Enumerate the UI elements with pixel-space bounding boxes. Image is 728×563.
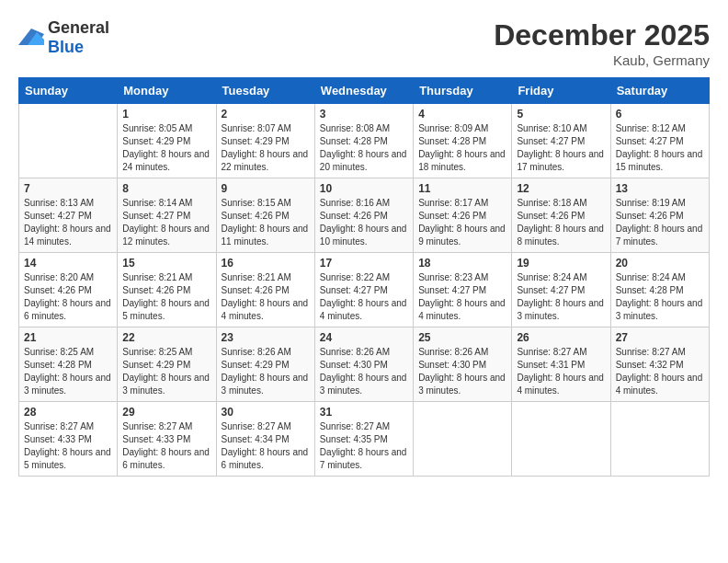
logo-blue: Blue xyxy=(48,38,84,56)
day-number: 19 xyxy=(517,257,605,270)
day-number: 10 xyxy=(320,182,408,195)
calendar-cell: 20Sunrise: 8:24 AMSunset: 4:28 PMDayligh… xyxy=(610,253,709,327)
cell-details: Sunrise: 8:25 AMSunset: 4:29 PMDaylight:… xyxy=(122,346,210,397)
cell-details: Sunrise: 8:19 AMSunset: 4:26 PMDaylight:… xyxy=(616,197,704,248)
header-saturday: Saturday xyxy=(610,78,709,104)
cell-details: Sunrise: 8:25 AMSunset: 4:28 PMDaylight:… xyxy=(24,346,112,397)
calendar-week-4: 28Sunrise: 8:27 AMSunset: 4:33 PMDayligh… xyxy=(19,402,710,477)
header-wednesday: Wednesday xyxy=(314,78,413,104)
cell-details: Sunrise: 8:14 AMSunset: 4:27 PMDaylight:… xyxy=(122,197,210,248)
cell-details: Sunrise: 8:18 AMSunset: 4:26 PMDaylight:… xyxy=(517,197,605,248)
header-monday: Monday xyxy=(118,78,216,104)
day-number: 2 xyxy=(222,108,310,121)
cell-details: Sunrise: 8:27 AMSunset: 4:34 PMDaylight:… xyxy=(222,420,310,472)
cell-details: Sunrise: 8:26 AMSunset: 4:30 PMDaylight:… xyxy=(418,346,506,397)
calendar-cell: 1Sunrise: 8:05 AMSunset: 4:29 PMDaylight… xyxy=(118,104,216,178)
header-thursday: Thursday xyxy=(414,78,512,104)
calendar-cell: 15Sunrise: 8:21 AMSunset: 4:26 PMDayligh… xyxy=(118,253,216,327)
calendar-cell: 16Sunrise: 8:21 AMSunset: 4:26 PMDayligh… xyxy=(216,253,314,327)
location-title: Kaub, Germany xyxy=(494,52,710,68)
calendar-cell: 12Sunrise: 8:18 AMSunset: 4:26 PMDayligh… xyxy=(512,178,610,253)
cell-details: Sunrise: 8:27 AMSunset: 4:35 PMDaylight:… xyxy=(320,420,408,472)
calendar-cell: 30Sunrise: 8:27 AMSunset: 4:34 PMDayligh… xyxy=(216,402,314,477)
calendar-cell: 11Sunrise: 8:17 AMSunset: 4:26 PMDayligh… xyxy=(414,178,512,253)
day-number: 23 xyxy=(222,331,310,344)
calendar-cell: 28Sunrise: 8:27 AMSunset: 4:33 PMDayligh… xyxy=(19,402,118,477)
day-number: 8 xyxy=(122,182,210,195)
logo-icon xyxy=(18,27,44,49)
calendar-cell: 8Sunrise: 8:14 AMSunset: 4:27 PMDaylight… xyxy=(118,178,216,253)
day-number: 14 xyxy=(24,257,112,270)
day-number: 4 xyxy=(418,108,506,121)
calendar-cell: 4Sunrise: 8:09 AMSunset: 4:28 PMDaylight… xyxy=(414,104,512,178)
calendar-cell: 19Sunrise: 8:24 AMSunset: 4:27 PMDayligh… xyxy=(512,253,610,327)
cell-details: Sunrise: 8:12 AMSunset: 4:27 PMDaylight:… xyxy=(616,122,704,174)
calendar-cell: 5Sunrise: 8:10 AMSunset: 4:27 PMDaylight… xyxy=(512,104,610,178)
calendar-cell: 24Sunrise: 8:26 AMSunset: 4:30 PMDayligh… xyxy=(314,327,413,402)
calendar-header-row: SundayMondayTuesdayWednesdayThursdayFrid… xyxy=(19,78,710,104)
cell-details: Sunrise: 8:16 AMSunset: 4:26 PMDaylight:… xyxy=(320,197,408,248)
day-number: 30 xyxy=(222,406,310,419)
cell-details: Sunrise: 8:13 AMSunset: 4:27 PMDaylight:… xyxy=(24,197,112,248)
calendar-cell xyxy=(512,402,610,477)
cell-details: Sunrise: 8:24 AMSunset: 4:27 PMDaylight:… xyxy=(517,271,605,323)
calendar-cell: 10Sunrise: 8:16 AMSunset: 4:26 PMDayligh… xyxy=(314,178,413,253)
calendar-cell: 31Sunrise: 8:27 AMSunset: 4:35 PMDayligh… xyxy=(314,402,413,477)
day-number: 25 xyxy=(418,331,506,344)
calendar-cell xyxy=(414,402,512,477)
day-number: 12 xyxy=(517,182,605,195)
day-number: 16 xyxy=(222,257,310,270)
calendar-cell: 9Sunrise: 8:15 AMSunset: 4:26 PMDaylight… xyxy=(216,178,314,253)
calendar-cell: 27Sunrise: 8:27 AMSunset: 4:32 PMDayligh… xyxy=(610,327,709,402)
calendar-cell: 22Sunrise: 8:25 AMSunset: 4:29 PMDayligh… xyxy=(118,327,216,402)
logo-general: General xyxy=(48,18,109,37)
cell-details: Sunrise: 8:27 AMSunset: 4:32 PMDaylight:… xyxy=(616,346,704,397)
calendar-cell: 14Sunrise: 8:20 AMSunset: 4:26 PMDayligh… xyxy=(19,253,118,327)
day-number: 6 xyxy=(616,108,704,121)
calendar-week-3: 21Sunrise: 8:25 AMSunset: 4:28 PMDayligh… xyxy=(19,327,710,402)
day-number: 22 xyxy=(122,331,210,344)
day-number: 28 xyxy=(24,406,112,419)
calendar-cell: 13Sunrise: 8:19 AMSunset: 4:26 PMDayligh… xyxy=(610,178,709,253)
calendar-cell: 7Sunrise: 8:13 AMSunset: 4:27 PMDaylight… xyxy=(19,178,118,253)
cell-details: Sunrise: 8:15 AMSunset: 4:26 PMDaylight:… xyxy=(222,197,310,248)
month-title: December 2025 xyxy=(494,18,710,52)
header-tuesday: Tuesday xyxy=(216,78,314,104)
cell-details: Sunrise: 8:09 AMSunset: 4:28 PMDaylight:… xyxy=(418,122,506,174)
calendar-cell: 29Sunrise: 8:27 AMSunset: 4:33 PMDayligh… xyxy=(118,402,216,477)
day-number: 7 xyxy=(24,182,112,195)
page-header: General Blue December 2025 Kaub, Germany xyxy=(18,18,710,68)
day-number: 20 xyxy=(616,257,704,270)
cell-details: Sunrise: 8:23 AMSunset: 4:27 PMDaylight:… xyxy=(418,271,506,323)
cell-details: Sunrise: 8:20 AMSunset: 4:26 PMDaylight:… xyxy=(24,271,112,323)
calendar-cell: 21Sunrise: 8:25 AMSunset: 4:28 PMDayligh… xyxy=(19,327,118,402)
calendar-cell: 3Sunrise: 8:08 AMSunset: 4:28 PMDaylight… xyxy=(314,104,413,178)
cell-details: Sunrise: 8:27 AMSunset: 4:31 PMDaylight:… xyxy=(517,346,605,397)
cell-details: Sunrise: 8:26 AMSunset: 4:29 PMDaylight:… xyxy=(222,346,310,397)
day-number: 29 xyxy=(122,406,210,419)
cell-details: Sunrise: 8:24 AMSunset: 4:28 PMDaylight:… xyxy=(616,271,704,323)
title-block: December 2025 Kaub, Germany xyxy=(494,18,710,68)
day-number: 21 xyxy=(24,331,112,344)
cell-details: Sunrise: 8:27 AMSunset: 4:33 PMDaylight:… xyxy=(122,420,210,472)
day-number: 26 xyxy=(517,331,605,344)
calendar-cell: 23Sunrise: 8:26 AMSunset: 4:29 PMDayligh… xyxy=(216,327,314,402)
calendar-cell: 17Sunrise: 8:22 AMSunset: 4:27 PMDayligh… xyxy=(314,253,413,327)
day-number: 3 xyxy=(320,108,408,121)
cell-details: Sunrise: 8:26 AMSunset: 4:30 PMDaylight:… xyxy=(320,346,408,397)
cell-details: Sunrise: 8:21 AMSunset: 4:26 PMDaylight:… xyxy=(222,271,310,323)
day-number: 18 xyxy=(418,257,506,270)
day-number: 31 xyxy=(320,406,408,419)
day-number: 9 xyxy=(222,182,310,195)
cell-details: Sunrise: 8:17 AMSunset: 4:26 PMDaylight:… xyxy=(418,197,506,248)
day-number: 27 xyxy=(616,331,704,344)
header-friday: Friday xyxy=(512,78,610,104)
cell-details: Sunrise: 8:22 AMSunset: 4:27 PMDaylight:… xyxy=(320,271,408,323)
cell-details: Sunrise: 8:05 AMSunset: 4:29 PMDaylight:… xyxy=(122,122,210,174)
calendar-cell: 2Sunrise: 8:07 AMSunset: 4:29 PMDaylight… xyxy=(216,104,314,178)
day-number: 17 xyxy=(320,257,408,270)
day-number: 5 xyxy=(517,108,605,121)
day-number: 11 xyxy=(418,182,506,195)
day-number: 24 xyxy=(320,331,408,344)
calendar-week-2: 14Sunrise: 8:20 AMSunset: 4:26 PMDayligh… xyxy=(19,253,710,327)
